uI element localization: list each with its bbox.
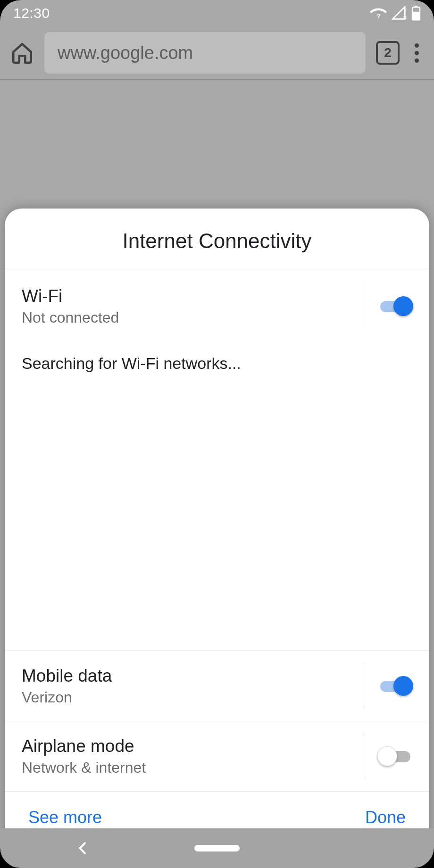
tab-switcher-button[interactable]: 2 [376,41,400,65]
divider [365,734,365,779]
divider [365,284,365,329]
wifi-section: Wi-Fi Not connected Searching for Wi-Fi … [5,271,429,651]
home-icon[interactable] [10,41,34,65]
url-text: www.google.com [58,43,193,63]
wifi-searching-text: Searching for Wi-Fi networks... [5,341,429,373]
home-indicator[interactable] [194,845,240,851]
tab-count-value: 2 [384,45,392,60]
svg-text:×: × [403,14,407,20]
url-input[interactable]: www.google.com [44,32,366,74]
status-bar: 12:30 ? × [0,0,434,26]
browser-toolbar: www.google.com 2 [0,26,434,80]
svg-rect-4 [412,12,420,20]
wifi-row[interactable]: Wi-Fi Not connected [5,271,429,341]
mobile-data-subtitle: Verizon [22,689,360,706]
navigation-bar [0,828,434,868]
battery-icon [411,6,421,21]
status-icons: ? × [370,6,421,21]
airplane-subtitle: Network & internet [22,759,360,776]
see-more-button[interactable]: See more [28,808,102,827]
wifi-title: Wi-Fi [22,286,360,306]
airplane-title: Airplane mode [22,736,360,756]
svg-text:?: ? [377,13,381,20]
mobile-data-title: Mobile data [22,666,360,686]
wifi-limited-icon: ? [370,6,387,20]
mobile-data-row[interactable]: Mobile data Verizon [5,651,429,721]
sheet-title: Internet Connectivity [5,209,429,271]
connectivity-sheet: Internet Connectivity Wi-Fi Not connecte… [5,209,429,847]
wifi-toggle[interactable] [378,297,412,316]
status-time: 12:30 [13,5,50,21]
divider [365,663,365,709]
signal-none-icon: × [392,6,407,20]
airplane-row[interactable]: Airplane mode Network & internet [5,721,429,791]
airplane-toggle[interactable] [378,747,412,766]
back-icon[interactable] [75,841,91,856]
mobile-data-toggle[interactable] [378,676,412,695]
wifi-subtitle: Not connected [22,309,360,326]
more-menu-icon[interactable] [410,43,424,63]
done-button[interactable]: Done [365,808,406,827]
